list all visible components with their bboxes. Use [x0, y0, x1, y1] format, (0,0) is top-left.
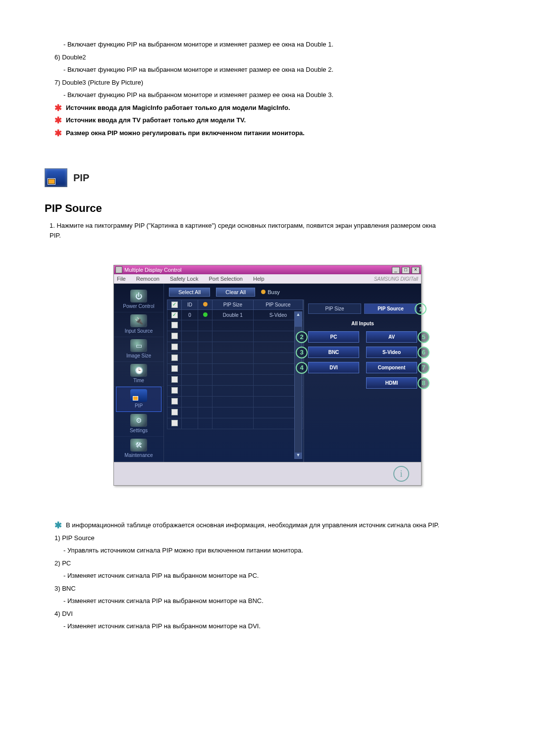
table-row[interactable] — [167, 407, 303, 418]
col-pip-source[interactable]: PIP Source — [253, 300, 303, 310]
row-checkbox[interactable] — [171, 354, 178, 361]
source-component-button[interactable]: Component 7 — [366, 362, 417, 373]
table-row[interactable] — [167, 331, 303, 342]
source-hdmi-button[interactable]: HDMI 8 — [366, 377, 417, 389]
row-checkbox[interactable] — [171, 376, 178, 383]
table-row[interactable] — [167, 342, 303, 353]
sidebar-item-label: PIP — [135, 403, 143, 408]
star-icon: ✱ — [54, 115, 62, 126]
app-icon — [115, 266, 122, 273]
col-id[interactable]: ID — [182, 300, 198, 310]
after-item-desc: - Изменяет источник сигнала PIP на выбра… — [54, 596, 490, 606]
tab-label: PIP Source — [377, 306, 404, 311]
table-row[interactable] — [167, 320, 303, 331]
busy-indicator-icon — [261, 290, 266, 294]
titlebar[interactable]: Multiple Display Control _ □ × — [114, 265, 421, 274]
gear-icon: ⚙ — [130, 414, 147, 427]
menu-port-selection[interactable]: Port Selection — [209, 276, 242, 282]
brand-label: SAMSUNG DIGITall — [374, 276, 418, 282]
cell-id — [182, 386, 198, 397]
cell-pip-size — [213, 407, 254, 418]
row-checkbox[interactable] — [171, 344, 178, 350]
sidebar-item-time[interactable]: 🕒 Time — [114, 362, 163, 387]
status-dot-icon — [203, 312, 208, 317]
image-size-icon: ▭ — [130, 339, 147, 352]
sidebar-item-label: Image Size — [126, 353, 151, 358]
source-label: S-Video — [382, 350, 401, 355]
cell-id — [182, 353, 198, 364]
row-checkbox[interactable] — [171, 365, 178, 372]
clear-all-button[interactable]: Clear All — [216, 288, 255, 297]
maximize-button[interactable]: □ — [402, 267, 410, 274]
pip-icon — [130, 389, 147, 402]
info-icon[interactable]: i — [393, 466, 409, 482]
cell-id — [182, 331, 198, 342]
sidebar-item-settings[interactable]: ⚙ Settings — [114, 412, 163, 437]
source-label: BNC — [328, 350, 339, 355]
header-checkbox[interactable]: ✓ — [171, 302, 178, 308]
table-row[interactable] — [167, 375, 303, 386]
sidebar-item-image-size[interactable]: ▭ Image Size — [114, 337, 163, 362]
cell-pip-size: Double 1 — [213, 310, 254, 320]
source-label: HDMI — [385, 380, 398, 386]
after-item-desc: - Изменяет источник сигнала PIP на выбра… — [54, 621, 490, 631]
source-label: Component — [378, 365, 406, 370]
cell-pip-size — [213, 386, 254, 397]
table-row[interactable] — [167, 386, 303, 397]
pip-icon — [45, 168, 67, 187]
row-checkbox[interactable] — [171, 409, 178, 415]
menu-file[interactable]: File — [117, 276, 126, 282]
menu-remocon[interactable]: Remocon — [136, 276, 160, 282]
star-icon: ✱ — [54, 520, 62, 531]
note-magicinfo: Источник ввода для MagicInfo работает то… — [66, 103, 290, 113]
callout-3: 3 — [296, 347, 308, 358]
after-item-label: 2) PC — [54, 558, 490, 568]
busy-label: Busy — [268, 289, 279, 295]
display-table: ✓ ID PIP Size PIP Source ✓0Double 1S-Vid… — [167, 300, 303, 429]
sidebar-item-label: Settings — [130, 428, 148, 433]
cell-id — [182, 364, 198, 375]
table-row[interactable] — [167, 418, 303, 429]
menubar: File Remocon Safety Lock Port Selection … — [114, 274, 421, 284]
source-av-button[interactable]: AV 5 — [366, 331, 417, 343]
row-checkbox[interactable] — [171, 387, 178, 394]
panel-title: All Inputs — [308, 321, 417, 326]
row-checkbox[interactable] — [171, 333, 178, 339]
scroll-up-icon[interactable]: ▲ — [295, 312, 302, 318]
sidebar-item-label: Maintenance — [124, 453, 153, 458]
source-bnc-button[interactable]: 3 BNC — [308, 347, 359, 358]
sidebar-item-pip[interactable]: PIP — [116, 387, 161, 412]
row-checkbox[interactable] — [171, 398, 178, 404]
table-row[interactable] — [167, 353, 303, 364]
row-checkbox[interactable] — [171, 322, 178, 328]
tab-pip-source[interactable]: PIP Source 1 — [364, 303, 417, 314]
after-item-label: 3) BNC — [54, 584, 490, 594]
source-pc-button[interactable]: 2 PC — [308, 331, 359, 343]
sidebar-item-label: Power Control — [123, 303, 154, 309]
double1-desc: - Включает функцию PIP на выбранном мони… — [54, 40, 490, 50]
row-checkbox[interactable] — [171, 420, 178, 426]
table-row[interactable]: ✓0Double 1S-Video — [167, 310, 303, 320]
star-icon: ✱ — [54, 128, 62, 139]
col-pip-size[interactable]: PIP Size — [213, 300, 254, 310]
scroll-thumb[interactable] — [295, 318, 302, 327]
callout-6: 6 — [418, 347, 429, 358]
cell-pip-size — [213, 418, 254, 429]
sidebar-item-input-source[interactable]: 🔌 Input Source — [114, 312, 163, 337]
scroll-down-icon[interactable]: ▼ — [295, 453, 302, 458]
source-svideo-button[interactable]: S-Video 6 — [366, 347, 417, 358]
source-dvi-button[interactable]: 4 DVI — [308, 362, 359, 373]
row-checkbox[interactable]: ✓ — [171, 312, 178, 318]
menu-help[interactable]: Help — [253, 276, 265, 282]
sidebar-item-power[interactable]: ⏻ Power Control — [114, 288, 163, 312]
minimize-button[interactable]: _ — [392, 267, 400, 274]
app-window: Multiple Display Control _ □ × File Remo… — [113, 265, 422, 486]
select-all-button[interactable]: Select All — [169, 288, 210, 297]
close-button[interactable]: × — [412, 267, 420, 274]
menu-safety-lock[interactable]: Safety Lock — [170, 276, 198, 282]
callout-8: 8 — [418, 377, 429, 389]
table-row[interactable] — [167, 364, 303, 375]
table-row[interactable] — [167, 397, 303, 407]
sidebar-item-maintenance[interactable]: 🛠 Maintenance — [114, 437, 163, 461]
tab-pip-size[interactable]: PIP Size — [308, 303, 361, 314]
